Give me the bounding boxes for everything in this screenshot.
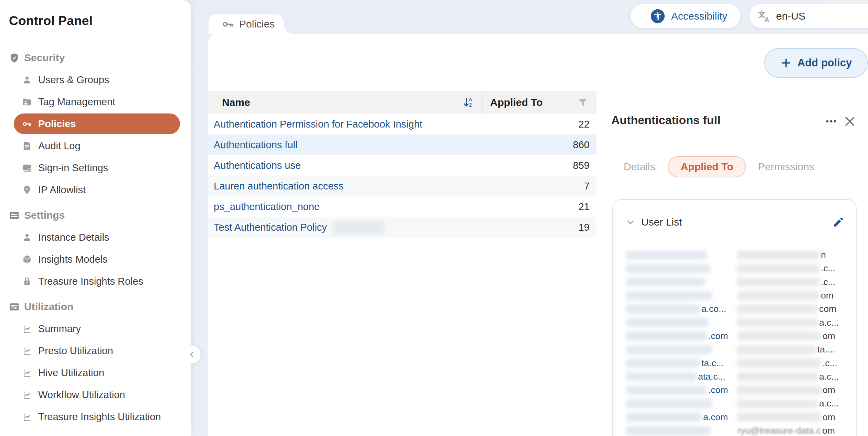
sidebar-item-label: Users & Groups (38, 74, 109, 86)
policy-row-lauren-authentication-access[interactable]: Lauren authentication access7 (208, 176, 596, 196)
blurred-user-email (737, 345, 816, 354)
user-email-fragment: .c... (821, 263, 836, 274)
page-title: Control Panel (9, 14, 93, 28)
user-list-row: ta.... (613, 343, 856, 356)
user-list-row: a.c... (613, 397, 856, 410)
close-icon[interactable] (843, 115, 856, 128)
policy-name-link[interactable]: Authentications full (214, 139, 297, 151)
column-header-applied-to: Applied To (482, 91, 596, 114)
blurred-user-email (737, 413, 821, 422)
policy-name-link[interactable]: Lauren authentication access (214, 181, 343, 192)
document-icon (22, 141, 32, 151)
chevron-down-icon[interactable] (625, 217, 636, 227)
redacted-text-blob (333, 221, 385, 234)
applied-to-value: 7 (482, 176, 596, 196)
user-email-cell: om (737, 385, 853, 395)
sidebar-item-tag-management[interactable]: Tag Management (0, 91, 191, 113)
user-list-row: a.c... (613, 316, 856, 329)
sidebar-item-instance-details[interactable]: Instance Details (0, 226, 191, 248)
accessibility-button[interactable]: Accessibility (631, 4, 741, 28)
user-name-cell: a.com (626, 412, 733, 423)
policy-name-link[interactable]: ps_authentication_none (214, 201, 320, 212)
sidebar-item-label: Hive Utilization (38, 367, 104, 379)
sidebar-item-users-groups[interactable]: Users & Groups (0, 69, 191, 91)
user-email-cell: ta.... (737, 344, 853, 355)
user-list-row: ata.c...a.c... (613, 370, 856, 383)
tab-applied-to[interactable]: Applied To (668, 156, 747, 177)
filter-icon[interactable] (577, 97, 588, 108)
sidebar-item-sign-in-settings[interactable]: Sign-in Settings (0, 157, 191, 179)
sidebar-item-ip-allowlist[interactable]: IPIP Allowlist (0, 179, 191, 201)
user-link-fragment[interactable]: .com (708, 331, 728, 341)
chart-line-icon (22, 324, 32, 334)
sidebar-item-summary[interactable]: Summary (0, 318, 191, 340)
blurred-user-name (626, 386, 707, 395)
sidebar-collapse-button[interactable] (183, 346, 201, 363)
user-list-card: User List n.c....c...oma.co...coma.c....… (612, 199, 857, 436)
accessibility-icon (650, 9, 665, 24)
user-name-cell: ta.c... (626, 358, 733, 369)
user-email-fragment: ta.... (817, 344, 835, 355)
applied-to-value: 21 (482, 196, 596, 217)
user-email-cell: n (737, 250, 853, 260)
user-link-fragment[interactable]: a.co... (701, 304, 726, 314)
pencil-icon[interactable] (833, 216, 844, 228)
policy-row-authentications-full[interactable]: Authentications full860 (208, 134, 596, 155)
sidebar-item-policies[interactable]: Policies (0, 113, 191, 135)
sidebar-item-presto-utilization[interactable]: Presto Utilization (0, 340, 191, 362)
user-name-cell (626, 264, 733, 273)
tab-permissions[interactable]: Permissions (757, 161, 815, 173)
column-applied-to-label: Applied To (490, 97, 543, 108)
sidebar-item-treasure-insights-utilization[interactable]: Treasure Insights Utilization (0, 406, 191, 428)
shield-check-icon (9, 53, 20, 63)
sidebar-item-label: IP Allowlist (38, 184, 86, 196)
policy-row-ps-authentication-none[interactable]: ps_authentication_none21 (208, 196, 596, 217)
policy-row-authentication-permission-for-facebook-insight[interactable]: Authentication Permission for Facebook I… (208, 114, 596, 134)
ellipsis-icon[interactable] (825, 115, 838, 128)
sidebar-item-workflow-utilization[interactable]: Workflow Utilization (0, 384, 191, 406)
policy-name-link[interactable]: Authentication Permission for Facebook I… (214, 119, 422, 130)
svg-text:Z: Z (469, 102, 472, 108)
user-link-fragment[interactable]: ata.c... (698, 371, 726, 382)
user-list-row: a.comom (613, 411, 856, 424)
user-list-row: .comom (613, 383, 856, 397)
blurred-user-email (737, 291, 819, 300)
user-name-cell (626, 399, 733, 408)
policy-name-link[interactable]: Test Authentication Policy (214, 222, 327, 233)
add-policy-button[interactable]: Add policy (764, 48, 868, 78)
sidebar-item-hive-utilization[interactable]: Hive Utilization (0, 362, 191, 384)
blurred-user-name (626, 277, 705, 286)
chart-line-icon (22, 412, 32, 422)
svg-text:A: A (469, 97, 472, 102)
user-link-fragment[interactable]: a.com (703, 412, 728, 423)
blurred-user-email (737, 386, 821, 395)
blurred-user-email (737, 277, 819, 286)
sidebar-item-audit-log[interactable]: Audit Log (0, 135, 191, 157)
user-link-fragment[interactable]: ta.c... (701, 358, 724, 369)
sort-az-icon[interactable]: AZ (462, 96, 474, 109)
user-icon (22, 232, 32, 242)
tab-details[interactable]: Details (623, 161, 656, 173)
sidebar-nav: SecurityUsers & GroupsTag ManagementPoli… (0, 47, 191, 428)
blurred-user-email (737, 251, 819, 260)
key-icon (22, 119, 32, 129)
policy-row-test-authentication-policy[interactable]: Test Authentication Policy19 (208, 217, 596, 238)
policy-name-link[interactable]: Authentications use (214, 160, 301, 171)
sidebar-item-treasure-insights-roles[interactable]: Treasure Insights Roles (0, 270, 191, 292)
sidebar-item-label: Tag Management (38, 96, 115, 108)
sidebar-item-insights-models[interactable]: Insights Models (0, 248, 191, 270)
user-email-fragment: n (821, 250, 826, 260)
policy-row-authentications-use[interactable]: Authentications use859 (208, 155, 596, 176)
cube-icon (22, 254, 32, 264)
user-list-title: User List (641, 216, 682, 228)
blurred-user-name (626, 305, 700, 314)
lock-icon (22, 276, 32, 286)
user-link-fragment[interactable]: .com (708, 385, 728, 395)
user-email-faded-fragment: ryu@treasure-data.c (738, 425, 821, 436)
tab-policies[interactable]: Policies (209, 14, 284, 34)
locale-button[interactable]: A en-US (749, 4, 868, 28)
user-email-fragment: .c... (823, 358, 837, 369)
user-email-cell: om (737, 290, 853, 301)
user-name-cell: .com (626, 385, 733, 395)
ip-pin-icon: IP (22, 185, 32, 195)
